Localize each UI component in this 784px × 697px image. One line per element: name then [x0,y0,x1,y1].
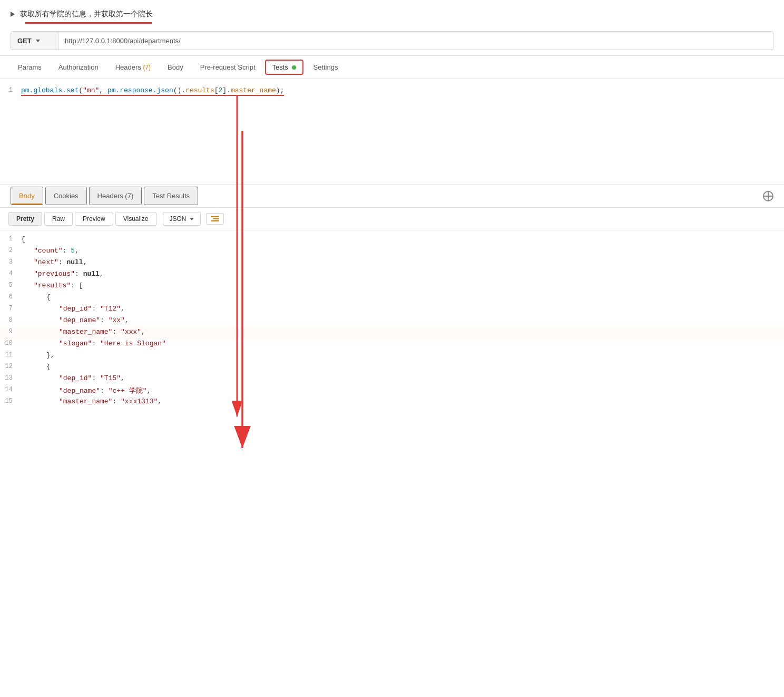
code-line-1: 1 pm.globals.set("mn", pm.response.json(… [0,84,784,96]
json-line-7: 7 "dep_id": "T12", [0,304,784,316]
json-viewer: 1 { 2 "count": 5, 3 "next": null, 4 "pre… [0,230,784,413]
url-bar: GET [11,31,773,50]
format-select-chevron [190,218,194,220]
tab-prerequest[interactable]: Pre-request Script [193,59,263,75]
json-line-3: 3 "next": null, [0,258,784,269]
resp-tab-test-results[interactable]: Test Results [144,187,198,205]
method-selector[interactable]: GET [11,32,58,50]
code-master-name: master_name [231,86,276,94]
code-comma: , [99,86,107,94]
json-line-2: 2 "count": 5, [0,246,784,258]
wrap-line-1 [211,216,219,217]
format-preview[interactable]: Preview [75,212,113,226]
top-section: 获取所有学院的信息，并获取第一个院长 GET [0,0,784,56]
tab-params[interactable]: Params [11,59,49,75]
code-content-1[interactable]: pm.globals.set("mn", pm.response.json().… [21,86,284,94]
json-line-10: 10 "slogan": "Here is Slogan" [0,339,784,351]
request-title-text: 获取所有学院的信息，并获取第一个院长 [20,9,153,19]
request-tabs: Params Authorization Headers (7) Body Pr… [0,56,784,79]
tests-dot-badge [292,65,296,70]
json-line-12: 12 { [0,362,784,374]
tab-headers[interactable]: Headers (7) [108,59,158,75]
code-pm-response: pm.response.json [107,86,173,94]
response-tabs-row: Body Cookies Headers (7) Test Results [0,185,784,208]
format-toolbar: Pretty Raw Preview Visualize JSON [0,208,784,230]
method-text: GET [17,37,32,45]
url-input[interactable] [58,32,773,50]
json-line-14: 14 "dep_name": "c++ 学院", [0,385,784,397]
json-line-5: 5 "results": [ [0,281,784,293]
json-line-13: 13 "dep_id": "T15", [0,374,784,385]
json-line-11: 11 }, [0,351,784,362]
wrap-button[interactable] [206,213,224,225]
page-wrapper: 获取所有学院的信息，并获取第一个院长 GET Params Authorizat… [0,0,784,413]
code-pm-globals: pm.globals.set [21,86,79,94]
code-editor: 1 pm.globals.set("mn", pm.response.json(… [0,79,784,185]
format-raw[interactable]: Raw [44,212,73,226]
tab-settings[interactable]: Settings [306,59,345,75]
wrap-line-2 [213,218,219,219]
code-paren-open: ( [79,86,83,94]
headers-count: (7) [143,64,151,71]
method-chevron-icon [36,40,40,42]
tab-authorization[interactable]: Authorization [51,59,106,75]
wrap-line-3 [211,220,219,221]
globe-icon[interactable] [763,191,773,201]
response-tabs-left: Body Cookies Headers (7) Test Results [11,187,198,205]
format-visualize[interactable]: Visualize [115,212,156,226]
code-paren2: (). [173,86,185,94]
resp-tab-body[interactable]: Body [11,187,43,205]
code-bracket-close: ]. [222,86,231,94]
code-mn-string: "mn" [83,86,99,94]
format-type-select[interactable]: JSON [163,212,201,226]
json-line-8: 8 "dep_name": "xx", [0,316,784,327]
json-line-9: 9 "master_name": "xxx", [0,327,784,339]
code-results: results [185,86,214,94]
collapse-icon[interactable] [11,12,15,17]
json-line-6: 6 { [0,293,784,304]
code-bracket: [ [214,86,219,94]
tab-tests[interactable]: Tests [265,60,304,75]
line-num-1: 1 [0,86,21,94]
json-line-15: 15 "master_name": "xxx1313", [0,397,784,409]
code-paren-end: ); [276,86,285,94]
json-line-1: 1 { [0,235,784,246]
resp-tab-headers[interactable]: Headers (7) [89,187,142,205]
json-line-4: 4 "previous": null, [0,269,784,281]
request-title: 获取所有学院的信息，并获取第一个院长 [11,9,773,19]
format-type-label: JSON [170,215,187,222]
format-pretty[interactable]: Pretty [8,212,42,226]
resp-tab-cookies[interactable]: Cookies [45,187,87,205]
tab-body[interactable]: Body [160,59,191,75]
title-underline [25,22,152,24]
